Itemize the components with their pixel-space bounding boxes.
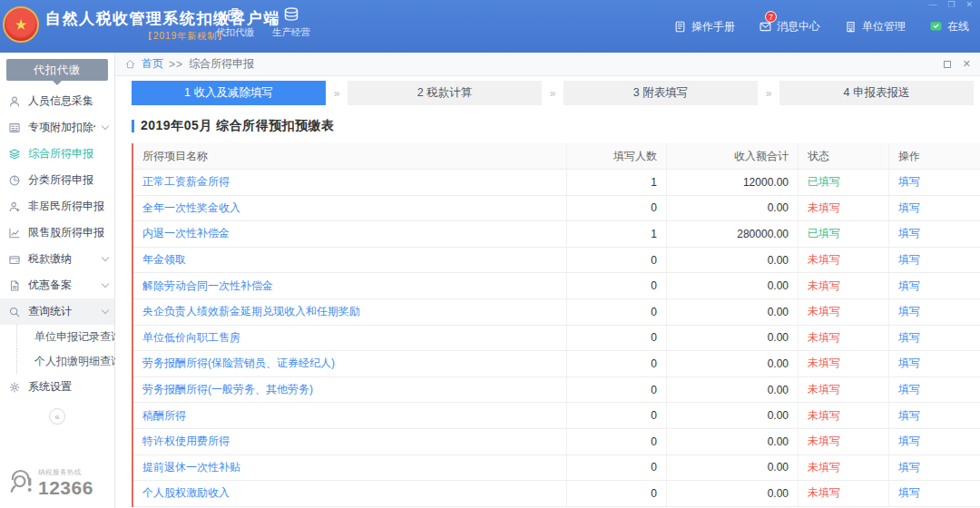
step-tab-3[interactable]: 3 附表填写 xyxy=(564,81,758,105)
form-icon xyxy=(8,122,21,134)
briefcase-icon xyxy=(226,5,244,24)
step-tab-2[interactable]: 2 税款计算 xyxy=(348,81,542,105)
sidebar-item[interactable]: 系统设置 xyxy=(0,374,114,400)
header-link[interactable]: 单位管理 xyxy=(844,19,906,34)
fill-count: 0 xyxy=(567,351,667,376)
national-emblem-logo: ★ xyxy=(3,6,39,43)
fill-action-link[interactable]: 填写 xyxy=(898,200,920,216)
doc-icon xyxy=(8,279,21,292)
fill-action-link[interactable]: 填写 xyxy=(898,382,920,397)
sidebar-subitem[interactable]: 个人扣缴明细查询 xyxy=(0,349,114,374)
fill-count: 0 xyxy=(567,196,667,221)
table-row: 提前退休一次性补贴00.00未填写填写 xyxy=(133,455,980,482)
income-item-link[interactable]: 内退一次性补偿金 xyxy=(142,226,230,241)
income-total: 0.00 xyxy=(667,429,799,454)
status-badge: 未填写 xyxy=(808,200,840,216)
sidebar-item[interactable]: 人员信息采集 xyxy=(0,88,114,114)
close-button[interactable]: ✕ xyxy=(965,0,973,9)
sidebar-item[interactable]: 非居民所得申报 xyxy=(0,193,114,220)
table-row: 特许权使用费所得00.00未填写填写 xyxy=(133,429,980,455)
headset-icon xyxy=(6,463,35,497)
fill-action-link[interactable]: 填写 xyxy=(898,304,920,319)
table-header-row: 所得项目名称 填写人数 收入额合计 状态 操作 xyxy=(133,143,980,170)
maximize-button[interactable]: ❐ xyxy=(947,0,955,9)
table-row: 单位低价向职工售房00.00未填写填写 xyxy=(133,326,980,352)
breadcrumb-home-link[interactable]: 首页 xyxy=(142,56,163,72)
income-item-link[interactable]: 稿酬所得 xyxy=(142,408,186,424)
chevron-down-icon xyxy=(102,306,109,313)
sidebar-item[interactable]: 专项附加扣除信息采集 xyxy=(0,114,114,141)
status-badge: 未填写 xyxy=(808,278,840,294)
hotline-block: 纳税服务热线 12366 xyxy=(6,463,93,497)
income-item-link[interactable]: 提前退休一次性补贴 xyxy=(142,460,240,475)
sidebar-item[interactable]: 查询统计 xyxy=(0,298,114,325)
income-item-link[interactable]: 个人股权激励收入 xyxy=(142,485,230,501)
fill-action-link[interactable]: 填写 xyxy=(898,174,920,190)
step-tab-4[interactable]: 4 申报表报送 xyxy=(779,81,974,105)
column-header-name: 所得项目名称 xyxy=(133,143,567,169)
fill-action-link[interactable]: 填写 xyxy=(898,434,920,449)
sidebar-subitem[interactable]: 单位申报记录查询 xyxy=(0,325,114,349)
table-row: 个人股权激励收入00.00未填写填写 xyxy=(133,481,980,507)
breadcrumb-current: 综合所得申报 xyxy=(189,56,254,72)
income-total: 0.00 xyxy=(667,403,799,428)
income-items-table: 所得项目名称 填写人数 收入额合计 状态 操作 正常工资薪金所得112000.0… xyxy=(132,143,980,507)
topnav-item[interactable]: 生产经营 xyxy=(272,5,310,39)
income-item-link[interactable]: 全年一次性奖金收入 xyxy=(142,200,240,216)
top-nav: 代扣代缴生产经营 xyxy=(216,5,310,39)
table-row: 央企负责人绩效薪金延期兑现收入和任期奖励00.00未填写填写 xyxy=(133,299,980,326)
fill-action-link[interactable]: 填写 xyxy=(898,408,920,424)
org-icon xyxy=(844,20,858,34)
income-item-link[interactable]: 劳务报酬所得(保险营销员、证券经纪人) xyxy=(142,356,335,371)
status-badge: 未填写 xyxy=(808,252,840,268)
step-tab-1[interactable]: 1 收入及减除填写 xyxy=(132,81,326,105)
fill-action-link[interactable]: 填写 xyxy=(898,278,920,294)
fill-action-link[interactable]: 填写 xyxy=(898,252,920,268)
header-link[interactable]: 7消息中心 xyxy=(759,19,820,34)
sidebar-mode-header: 代扣代缴 xyxy=(6,59,108,81)
status-badge: 未填写 xyxy=(808,408,840,424)
income-total: 0.00 xyxy=(667,351,799,376)
income-item-link[interactable]: 劳务报酬所得(一般劳务、其他劳务) xyxy=(142,382,313,397)
income-item-link[interactable]: 央企负责人绩效薪金延期兑现收入和任期奖励 xyxy=(142,304,360,319)
sidebar-item[interactable]: 税款缴纳 xyxy=(0,246,114,272)
income-total: 0.00 xyxy=(667,326,799,351)
user-icon xyxy=(8,95,21,108)
fill-action-link[interactable]: 填写 xyxy=(898,460,920,475)
fill-action-link[interactable]: 填写 xyxy=(898,485,920,501)
header-links: 操作手册7消息中心单位管理在线 xyxy=(673,19,969,34)
fill-action-link[interactable]: 填写 xyxy=(898,330,920,346)
panel-maximize-icon[interactable] xyxy=(944,61,951,68)
income-item-link[interactable]: 特许权使用费所得 xyxy=(142,434,230,449)
fill-count: 0 xyxy=(567,429,667,454)
header-link[interactable]: 操作手册 xyxy=(673,19,735,34)
panel-close-icon[interactable]: ✕ xyxy=(963,59,971,69)
sidebar-item[interactable]: 分类所得申报 xyxy=(0,167,114,193)
income-item-link[interactable]: 正常工资薪金所得 xyxy=(142,174,230,190)
status-badge: 未填写 xyxy=(808,382,840,397)
chart-icon xyxy=(8,227,21,239)
sidebar-collapse-button[interactable]: « xyxy=(49,408,65,425)
sidebar-item[interactable]: 限售股所得申报 xyxy=(0,220,114,246)
income-item-link[interactable]: 年金领取 xyxy=(142,252,186,268)
topnav-item[interactable]: 代扣代缴 xyxy=(216,5,254,39)
sidebar-item[interactable]: 综合所得申报 xyxy=(0,141,114,167)
column-header-status: 状态 xyxy=(799,143,889,169)
emblem-star-icon: ★ xyxy=(14,17,27,33)
fill-action-link[interactable]: 填写 xyxy=(898,356,920,371)
fill-count: 0 xyxy=(567,481,667,506)
step-separator: » xyxy=(758,87,779,100)
income-item-link[interactable]: 单位低价向职工售房 xyxy=(142,330,240,346)
header-link[interactable]: 在线 xyxy=(929,19,969,34)
chevron-down-icon xyxy=(102,253,109,260)
table-body: 正常工资薪金所得112000.00已填写填写全年一次性奖金收入00.00未填写填… xyxy=(133,170,980,507)
step-wizard: 1 收入及减除填写»2 税款计算»3 附表填写»4 申报表报送 xyxy=(132,81,980,105)
window-controls: — ❐ ✕ xyxy=(928,0,973,9)
income-item-link[interactable]: 解除劳动合同一次性补偿金 xyxy=(142,278,273,294)
fill-action-link[interactable]: 填写 xyxy=(898,226,920,241)
minimize-button[interactable]: — xyxy=(928,0,936,9)
chevron-down-icon xyxy=(102,279,109,287)
coins-icon xyxy=(282,5,300,24)
sidebar-item[interactable]: 优惠备案 xyxy=(0,272,114,298)
app-header: ★ 自然人税收管理系统扣缴客户端 【2019年新税制】 代扣代缴生产经营 操作手… xyxy=(0,0,980,53)
